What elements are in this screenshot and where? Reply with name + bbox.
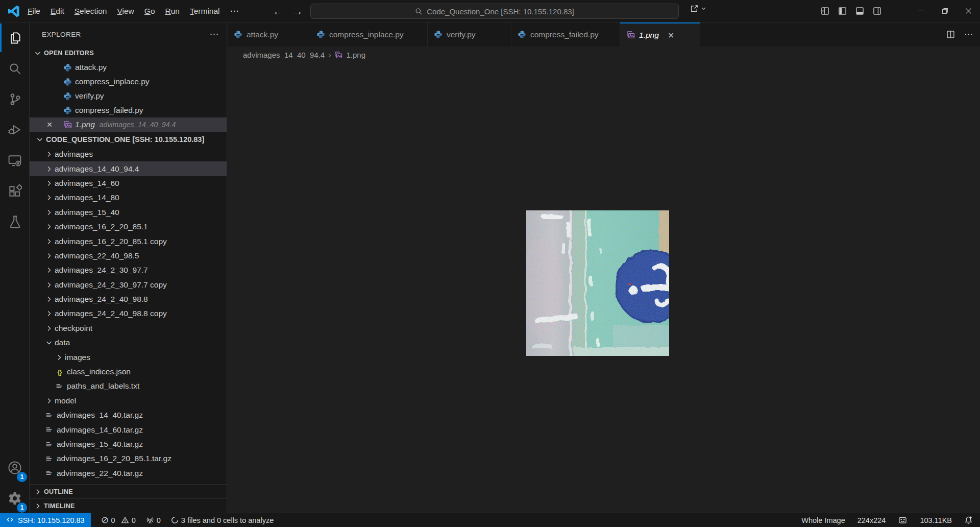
notifications-bell-icon[interactable]: [964, 516, 973, 524]
tree-item-images[interactable]: images: [30, 350, 227, 364]
run-debug-view-icon[interactable]: [0, 114, 30, 145]
breadcrumb-separator-icon: ›: [328, 51, 331, 60]
minimize-button[interactable]: [910, 0, 933, 22]
radio-tower-icon: [146, 516, 154, 524]
accounts-icon[interactable]: 1: [0, 452, 30, 483]
explorer-view-icon[interactable]: [0, 22, 30, 53]
analysis-status[interactable]: 3 files and 0 cells to analyze: [171, 516, 274, 524]
search-view-icon[interactable]: [0, 53, 30, 84]
image-dimensions-status[interactable]: 224x224: [857, 516, 886, 524]
tree-item-advimages-24-2-40-98-copy[interactable]: advimages_24_2_40_98.8 copy: [30, 306, 227, 321]
ports-indicator[interactable]: 0: [146, 516, 161, 524]
robot-icon[interactable]: [898, 516, 908, 524]
source-control-view-icon[interactable]: [0, 84, 30, 114]
problems-indicator[interactable]: 0 0: [101, 516, 136, 524]
tab-bar: attack.py compress_inplace.py verify.py …: [228, 22, 980, 46]
navigate-forward-icon[interactable]: →: [289, 0, 306, 22]
tree-item-advimages-15-40-targz[interactable]: advimages_15_40.tar.gz: [30, 437, 227, 451]
tree-item-advimages-15-40[interactable]: advimages_15_40: [30, 205, 227, 220]
workspace-folder-header[interactable]: CODE_QUESTION_ONE [SSH: 10.155.120.83]: [30, 132, 227, 147]
accounts-badge: 1: [17, 472, 27, 482]
extensions-view-icon[interactable]: [0, 176, 30, 206]
timeline-section-header[interactable]: TIMELINE: [30, 498, 227, 513]
close-window-button[interactable]: [957, 0, 980, 22]
menu-bar: File Edit Selection View Go Run Terminal…: [22, 0, 244, 22]
image-file-icon: [626, 31, 635, 39]
explorer-more-actions-icon[interactable]: ⋯: [210, 29, 219, 40]
tree-item-advimages-14-40-94[interactable]: advimages_14_40_94.4: [30, 161, 227, 176]
open-window-dropdown-icon[interactable]: [690, 4, 706, 13]
breadcrumb-folder[interactable]: advimages_14_40_94.4: [243, 51, 325, 59]
tree-item-advimages-16-2-20-85-targz[interactable]: advimages_16_2_20_85.1.tar.gz: [30, 451, 227, 466]
tree-item-advimages-16-2-20-85-copy[interactable]: advimages_16_2_20_85.1 copy: [30, 234, 227, 248]
image-file-icon: [63, 121, 72, 129]
menu-terminal[interactable]: Terminal: [185, 4, 225, 18]
menu-selection[interactable]: Selection: [69, 4, 112, 18]
python-file-icon: [234, 30, 242, 39]
layout-controls: [821, 0, 881, 22]
python-file-icon: [63, 63, 72, 72]
command-center-title: Code_Question_One [SSH: 10.155.120.83]: [427, 7, 574, 16]
tree-item-advimages[interactable]: advimages: [30, 147, 227, 161]
errors-icon: [101, 516, 109, 524]
menu-go[interactable]: Go: [139, 4, 160, 18]
file-size-status[interactable]: 103.11KB: [920, 516, 952, 524]
navigate-back-icon[interactable]: ←: [270, 0, 287, 22]
menu-run[interactable]: Run: [160, 4, 185, 18]
tree-item-advimages-24-2-30-97[interactable]: advimages_24_2_30_97.7: [30, 263, 227, 277]
editor-more-actions-icon[interactable]: ⋯: [964, 29, 973, 40]
remote-explorer-view-icon[interactable]: [0, 145, 30, 176]
tab-compress-failed-py[interactable]: compress_failed.py: [511, 22, 620, 46]
image-1png-preview[interactable]: [526, 210, 669, 356]
open-editor-attack[interactable]: attack.py: [30, 60, 227, 75]
tree-item-advimages-14-60[interactable]: advimages_14_60: [30, 176, 227, 190]
title-bar: File Edit Selection View Go Run Terminal…: [0, 0, 980, 22]
tree-item-class-indices-json[interactable]: {}class_indices.json: [30, 365, 227, 379]
vscode-logo-icon: [7, 5, 20, 18]
tree-item-advimages-22-40-targz[interactable]: advimages_22_40.tar.gz: [30, 466, 227, 481]
zoom-mode-status[interactable]: Whole Image: [801, 516, 845, 524]
tree-item-advimages-14-80[interactable]: advimages_14_80: [30, 190, 227, 205]
toggle-panel-icon[interactable]: [855, 7, 864, 15]
tree-item-model[interactable]: model: [30, 394, 227, 408]
tree-item-advimages-16-2-20-85[interactable]: advimages_16_2_20_85.1: [30, 220, 227, 234]
tree-item-paths-and-labels-txt[interactable]: paths_and_labels.txt: [30, 379, 227, 393]
split-editor-icon[interactable]: [946, 30, 955, 39]
close-editor-icon[interactable]: ×: [45, 119, 54, 130]
outline-section-header[interactable]: OUTLINE: [30, 484, 227, 498]
archive-file-icon: [45, 425, 54, 434]
tab-compress-inplace-py[interactable]: compress_inplace.py: [310, 22, 428, 46]
toggle-primary-sidebar-icon[interactable]: [838, 7, 847, 15]
tree-item-advimages-24-2-40-98[interactable]: advimages_24_2_40_98.8: [30, 292, 227, 306]
command-center-search[interactable]: Code_Question_One [SSH: 10.155.120.83]: [310, 4, 679, 19]
tree-item-checkpoint[interactable]: checkpoint: [30, 321, 227, 336]
toggle-secondary-sidebar-icon[interactable]: [873, 7, 881, 15]
close-tab-icon[interactable]: ×: [668, 30, 674, 40]
tab-attack-py[interactable]: attack.py: [228, 22, 310, 46]
settings-gear-icon[interactable]: 1: [0, 483, 30, 514]
testing-view-icon[interactable]: [0, 206, 30, 237]
breadcrumb-file[interactable]: 1.png: [346, 51, 365, 59]
restore-button[interactable]: [933, 0, 957, 22]
open-editor-1png[interactable]: × 1.png advimages_14_40_94.4: [30, 117, 227, 132]
menu-view[interactable]: View: [112, 4, 139, 18]
menu-edit[interactable]: Edit: [45, 4, 69, 18]
open-editor-compress-inplace[interactable]: compress_inplace.py: [30, 75, 227, 89]
image-preview-pane: [228, 63, 980, 513]
open-editor-verify[interactable]: verify.py: [30, 89, 227, 103]
tree-item-advimages-24-2-30-97-copy[interactable]: advimages_24_2_30_97.7 copy: [30, 278, 227, 292]
open-editor-compress-failed[interactable]: compress_failed.py: [30, 103, 227, 117]
customize-layout-icon[interactable]: [821, 7, 829, 15]
settings-badge: 1: [17, 502, 27, 513]
archive-file-icon: [45, 440, 54, 449]
remote-indicator[interactable]: SSH: 10.155.120.83: [0, 513, 91, 527]
tree-item-advimages-22-40-98[interactable]: advimages_22_40_98.5: [30, 249, 227, 263]
tab-verify-py[interactable]: verify.py: [428, 22, 511, 46]
tree-item-advimages-14-40-targz[interactable]: advimages_14_40.tar.gz: [30, 408, 227, 422]
menu-file[interactable]: File: [22, 4, 45, 18]
open-editors-header[interactable]: OPEN EDITORS: [30, 46, 227, 60]
tab-1-png[interactable]: 1.png ×: [620, 22, 700, 46]
tree-item-advimages-14-60-targz[interactable]: advimages_14_60.tar.gz: [30, 422, 227, 437]
menu-more-icon[interactable]: ⋯: [225, 6, 244, 16]
tree-item-data[interactable]: data: [30, 336, 227, 350]
